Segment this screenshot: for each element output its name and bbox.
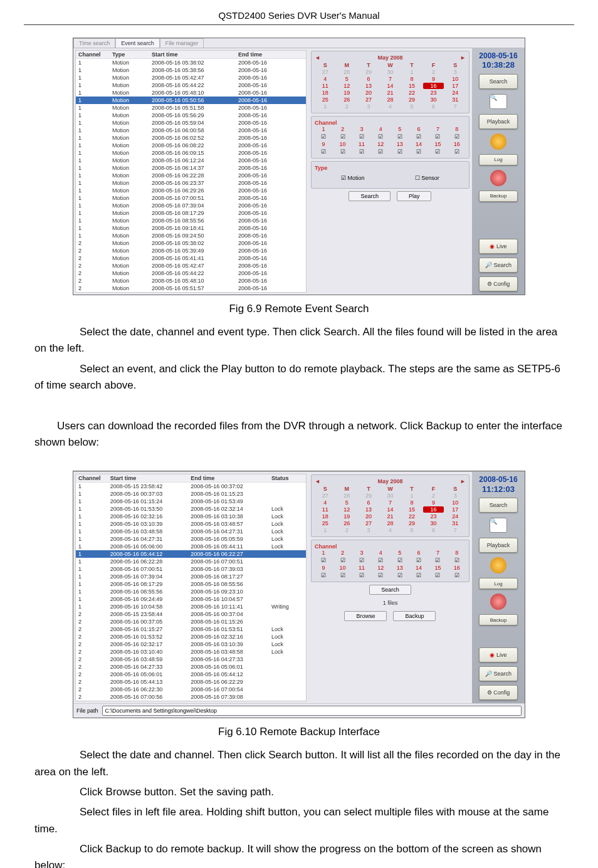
- calendar-day[interactable]: 13: [358, 83, 379, 89]
- channel-checkbox[interactable]: ☑: [410, 557, 428, 563]
- table-row[interactable]: 2Motion2008-05-16 05:44:222008-05-16: [76, 269, 306, 277]
- table-row[interactable]: 22008-05-16 02:32:172008-05-16 03:10:39L…: [76, 641, 306, 648]
- calendar-day[interactable]: 29: [358, 493, 379, 499]
- search-button-2[interactable]: Search: [369, 585, 411, 595]
- calendar-day[interactable]: 1: [401, 69, 422, 75]
- sidebar-log-b[interactable]: Log: [479, 578, 518, 589]
- calendar-day[interactable]: 2: [423, 69, 444, 75]
- channel-checkbox[interactable]: ☑: [410, 572, 428, 578]
- channel-checkbox[interactable]: ☑: [391, 557, 408, 563]
- table-row[interactable]: 1Motion2008-05-16 07:39:042008-05-16: [76, 202, 306, 209]
- table-row[interactable]: 1Motion2008-05-16 06:22:282008-05-16: [76, 172, 306, 179]
- table-row[interactable]: 1Motion2008-05-16 06:14:372008-05-16: [76, 164, 306, 172]
- sidebar-backup-b[interactable]: Backup: [479, 614, 518, 625]
- calendar-day[interactable]: 3: [444, 69, 466, 75]
- calendar-day[interactable]: 22: [401, 513, 422, 520]
- table-row[interactable]: 1Motion2008-05-16 05:56:292008-05-16: [76, 112, 306, 119]
- sidebar-playback[interactable]: Playback: [479, 114, 518, 129]
- channel-checkbox[interactable]: ☑: [353, 557, 370, 563]
- calendar-day[interactable]: 31: [444, 520, 466, 526]
- calendar-day[interactable]: 8: [401, 76, 422, 82]
- calendar-day[interactable]: 7: [444, 103, 466, 110]
- calendar-day[interactable]: 10: [444, 76, 466, 82]
- calendar-day[interactable]: 3: [358, 527, 379, 533]
- table-row[interactable]: 22008-05-16 06:22:302008-05-16 07:00:54: [76, 686, 306, 693]
- calendar-day[interactable]: 7: [380, 76, 401, 82]
- table-row[interactable]: 2Motion2008-05-16 05:42:472008-05-16: [76, 262, 306, 269]
- calendar-day[interactable]: 11: [315, 506, 336, 513]
- prev-month-icon-2[interactable]: ◄: [315, 478, 320, 484]
- channel-checkbox[interactable]: ☑: [448, 572, 466, 578]
- channel-checkbox[interactable]: ☑: [333, 557, 351, 563]
- table-row[interactable]: 12008-05-16 03:48:582008-05-16 04:27:31L…: [76, 528, 306, 535]
- calendar-day[interactable]: 17: [444, 83, 466, 89]
- sidebar-config[interactable]: ⚙ Config: [479, 276, 518, 291]
- sidebar-playback-b[interactable]: Playback: [479, 538, 518, 553]
- channel-checkbox[interactable]: ☑: [429, 557, 446, 563]
- channel-checkbox[interactable]: ☑: [333, 133, 351, 140]
- table-row[interactable]: 1Motion2008-05-16 05:44:222008-05-16: [76, 81, 306, 89]
- calendar-day[interactable]: 9: [423, 76, 444, 82]
- calendar-day[interactable]: 23: [423, 513, 444, 520]
- calendar-day[interactable]: 30: [423, 97, 444, 103]
- calendar-day[interactable]: 4: [315, 76, 336, 82]
- table-row[interactable]: 22008-05-16 05:44:132008-05-16 06:22:29: [76, 678, 306, 686]
- table-row[interactable]: 2Motion2008-05-16 05:39:492008-05-16: [76, 247, 306, 254]
- channel-checkbox[interactable]: ☑: [448, 149, 466, 155]
- calendar-day[interactable]: 12: [337, 83, 358, 89]
- calendar-day[interactable]: 30: [380, 69, 401, 75]
- table-row[interactable]: 2Motion2008-05-16 05:38:022008-05-16: [76, 239, 306, 247]
- tab-time-search[interactable]: Time search: [73, 38, 115, 48]
- table-row[interactable]: 1Motion2008-05-16 05:42:472008-05-16: [76, 74, 306, 81]
- channel-checkbox[interactable]: ☑: [410, 133, 428, 140]
- table-row[interactable]: 1Motion2008-05-16 08:55:562008-05-16: [76, 217, 306, 224]
- channel-checkbox[interactable]: ☑: [315, 557, 332, 563]
- calendar-day[interactable]: 1: [401, 493, 422, 499]
- channel-checkbox[interactable]: ☑: [391, 572, 408, 578]
- tab-event-search[interactable]: Event search: [115, 38, 160, 48]
- channel-checkbox[interactable]: ☑: [410, 149, 428, 155]
- th-channel[interactable]: Channel: [76, 51, 110, 58]
- calendar-day[interactable]: 27: [358, 520, 379, 526]
- th-end2[interactable]: End time: [188, 474, 269, 482]
- sidebar-search2-b[interactable]: 🔎 Search: [479, 666, 518, 681]
- channel-checkbox[interactable]: ☑: [333, 149, 351, 155]
- table-row[interactable]: 1Motion2008-05-16 09:24:502008-05-16: [76, 232, 306, 239]
- th-start2[interactable]: Start time: [108, 474, 189, 482]
- next-month-icon-2[interactable]: ►: [460, 478, 466, 484]
- table-row[interactable]: 22008-05-16 07:00:562008-05-16 07:39:08: [76, 693, 306, 701]
- calendar-day[interactable]: 28: [380, 520, 401, 526]
- table-row[interactable]: 1Motion2008-05-16 05:50:562008-05-16: [76, 97, 306, 104]
- calendar-day[interactable]: 5: [337, 76, 358, 82]
- table-row[interactable]: 1Motion2008-05-16 06:23:372008-05-16: [76, 179, 306, 187]
- calendar-day[interactable]: 5: [401, 527, 422, 533]
- calendar-day[interactable]: 6: [358, 499, 379, 506]
- table-row[interactable]: 22008-05-16 00:37:052008-05-16 01:15:26: [76, 618, 306, 625]
- calendar-day[interactable]: 26: [337, 97, 358, 103]
- channel-checkbox[interactable]: ☑: [448, 133, 466, 140]
- tab-file-manager[interactable]: File manager: [160, 38, 204, 48]
- backup-button[interactable]: Backup: [393, 611, 436, 621]
- channel-checkbox[interactable]: ☑: [315, 149, 332, 155]
- calendar-day[interactable]: 4: [315, 499, 336, 506]
- calendar-day[interactable]: 18: [315, 90, 336, 96]
- calendar-day[interactable]: 30: [423, 520, 444, 526]
- table-row[interactable]: 1Motion2008-05-16 06:02:522008-05-16: [76, 134, 306, 142]
- sidebar-log[interactable]: Log: [479, 154, 518, 165]
- table-row[interactable]: 22008-05-16 05:06:012008-05-16 05:44:12: [76, 671, 306, 678]
- channel-checkbox[interactable]: ☑: [353, 572, 370, 578]
- table-row[interactable]: 12008-05-16 02:32:162008-05-16 03:10:38L…: [76, 513, 306, 520]
- table-row[interactable]: 22008-05-15 23:58:442008-05-16 00:37:04: [76, 610, 306, 618]
- calendar-day[interactable]: 23: [423, 90, 444, 96]
- table-row[interactable]: 2Motion2008-05-16 05:51:572008-05-16: [76, 285, 306, 292]
- table-row[interactable]: 1Motion2008-05-16 06:12:242008-05-16: [76, 157, 306, 164]
- calendar-day[interactable]: 5: [401, 103, 422, 110]
- table-row[interactable]: 12008-05-16 04:27:312008-05-16 05:05:59L…: [76, 535, 306, 543]
- calendar-day[interactable]: 1: [315, 103, 336, 110]
- sidebar-live-b[interactable]: ◉ Live: [479, 647, 518, 662]
- th-type[interactable]: Type: [110, 51, 149, 58]
- calendar-day[interactable]: 19: [337, 513, 358, 520]
- table-row[interactable]: 1Motion2008-05-16 06:00:582008-05-16: [76, 127, 306, 134]
- channel-checkbox[interactable]: ☑: [315, 133, 332, 140]
- calendar-day[interactable]: 11: [315, 83, 336, 89]
